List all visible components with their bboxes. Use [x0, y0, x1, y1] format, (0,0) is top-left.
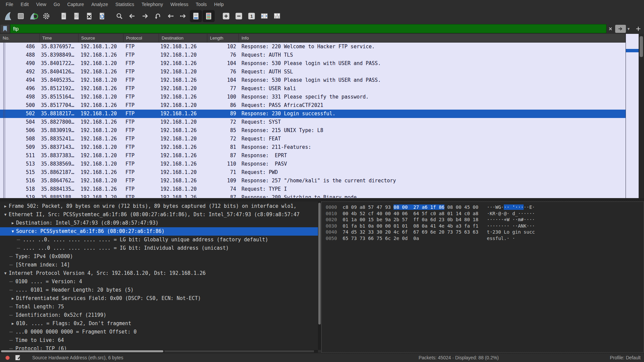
detail-line[interactable]: ▼Ethernet II, Src: PCSSystemtec_a6:1f:86… [0, 210, 318, 219]
display-filter-input[interactable] [10, 24, 606, 33]
restart-capture-button[interactable] [28, 10, 40, 22]
hex-row-0040[interactable]: 0040 74 d5 32 33 30 20 4c 6f 67 69 6e 20… [326, 229, 644, 235]
packet-list-minimap[interactable] [626, 34, 639, 198]
capture-options-button[interactable] [40, 10, 52, 22]
hex-row-0000[interactable]: 0000 c8 09 a8 57 47 93 08 00 27 a6 1f 86… [326, 204, 644, 210]
detail-line[interactable]: .... ..0. .... .... .... .... = LG bit: … [0, 236, 318, 244]
packet-row-488[interactable]: 48835.8398849…192.168.1.26FTP192.168.1.2… [0, 51, 626, 59]
chevron-right-icon[interactable]: ▶ [9, 219, 16, 227]
scrollbar-thumb[interactable] [640, 36, 643, 57]
column-header-time[interactable]: Time [40, 34, 78, 42]
go-back-button[interactable] [126, 10, 138, 22]
close-file-button[interactable] [83, 10, 95, 22]
menu-tools[interactable]: Tools [192, 1, 211, 8]
column-header-destination[interactable]: Destination [159, 34, 207, 42]
scrollbar-thumb[interactable] [1, 350, 163, 352]
start-capture-button[interactable] [2, 10, 14, 22]
zoom-out-button[interactable] [233, 10, 245, 22]
scrollbar-thumb[interactable] [318, 203, 321, 324]
menu-view[interactable]: View [33, 1, 50, 8]
zoom-100-button[interactable]: 1 [246, 10, 258, 22]
column-header-no[interactable]: No. [0, 34, 40, 42]
save-file-button[interactable]: 01010110 [70, 10, 83, 22]
chevron-right-icon[interactable]: ▶ [9, 294, 16, 303]
details-scrollbar-horizontal[interactable] [0, 350, 318, 353]
detail-line[interactable]: Identification: 0x52cf (21199) [0, 311, 318, 319]
menu-wireless[interactable]: Wireless [167, 1, 192, 8]
hex-row-0030[interactable]: 0030 01 fa b1 0a 00 00 01 01 08 0a 41 4e… [326, 223, 644, 229]
details-scrollbar-vertical[interactable] [318, 201, 321, 350]
packet-row-486[interactable]: 48635.8376957…192.168.1.20FTP192.168.1.2… [0, 43, 626, 51]
packet-row-519[interactable]: 51935.8885188…192.168.1.20FTP192.168.1.2… [0, 193, 626, 198]
pane-splitter[interactable] [0, 198, 644, 201]
packet-row-490[interactable]: 49035.8401722…192.168.1.20FTP192.168.1.2… [0, 59, 626, 68]
column-header-length[interactable]: Length [207, 34, 239, 42]
detail-line[interactable]: Type: IPv4 (0x0800) [0, 252, 318, 261]
zoom-in-button[interactable] [220, 10, 232, 22]
open-file-button[interactable] [58, 10, 70, 22]
detail-line[interactable]: ▶010. .... = Flags: 0x2, Don't fragment [0, 319, 318, 328]
filter-add-button[interactable] [634, 24, 643, 33]
chevron-right-icon[interactable]: ▶ [2, 202, 9, 210]
detail-line[interactable]: [Stream index: 14] [0, 261, 318, 269]
menu-edit[interactable]: Edit [17, 1, 33, 8]
menu-statistics[interactable]: Statistics [112, 1, 138, 8]
packet-row-504[interactable]: 50435.8827800…192.168.1.26FTP192.168.1.2… [0, 118, 626, 126]
hex-row-0010[interactable]: 0010 00 4b 52 cf 40 00 40 06 64 5f c0 a8… [326, 210, 644, 217]
packet-row-516[interactable]: 51635.8864762…192.168.1.20FTP192.168.1.2… [0, 177, 626, 185]
menu-file[interactable]: File [2, 1, 17, 8]
column-header-info[interactable]: Info [239, 34, 626, 42]
detail-line[interactable]: ▶Frame 502: Packet, 89 bytes on wire (71… [0, 202, 318, 210]
detail-line[interactable]: ▼Source: PCSSystemtec_a6:1f:86 (08:00:27… [0, 227, 318, 236]
menu-capture[interactable]: Capture [63, 1, 88, 8]
capture-comment-icon[interactable] [15, 355, 21, 361]
filter-dropdown-caret[interactable]: ▼ [626, 24, 631, 33]
hex-row-0050[interactable]: 0050 65 73 73 66 75 6c 2e 0d 0a essful.·… [326, 235, 644, 242]
packet-row-509[interactable]: 50935.8837143…192.168.1.20FTP192.168.1.2… [0, 143, 626, 152]
find-packet-button[interactable] [113, 10, 125, 22]
detail-line[interactable]: Protocol: TCP (6) [0, 345, 318, 350]
packet-row-492[interactable]: 49235.8404126…192.168.1.26FTP192.168.1.2… [0, 68, 626, 76]
chevron-right-icon[interactable]: ▶ [9, 319, 16, 328]
menu-analyze[interactable]: Analyze [88, 1, 112, 8]
packet-list-scrollbar[interactable] [639, 34, 644, 198]
expert-info-icon[interactable] [5, 356, 10, 360]
packet-row-511[interactable]: 51135.8837383…192.168.1.20FTP192.168.1.2… [0, 152, 626, 160]
packet-row-498[interactable]: 49835.8515164…192.168.1.20FTP192.168.1.2… [0, 93, 626, 101]
chevron-down-icon[interactable]: ▼ [9, 227, 16, 236]
go-forward-button[interactable] [139, 10, 151, 22]
hex-row-0020[interactable]: 0020 01 1a 00 15 be 9a 2b 57 ff 0a 6d 23… [326, 217, 644, 223]
stop-capture-button[interactable] [15, 10, 27, 22]
filter-clear-button[interactable] [606, 24, 614, 33]
next-packet-button[interactable] [177, 10, 189, 22]
detail-line[interactable]: .... 0101 = Header Length: 20 bytes (5) [0, 286, 318, 294]
fit-columns-button[interactable]: 123 [271, 10, 283, 22]
packet-row-508[interactable]: 50835.8835241…192.168.1.26FTP192.168.1.2… [0, 135, 626, 143]
menu-telephony[interactable]: Telephony [138, 1, 167, 8]
detail-line[interactable]: ▶Differentiated Services Field: 0x00 (DS… [0, 294, 318, 303]
column-header-source[interactable]: Source [78, 34, 123, 42]
packet-row-513[interactable]: 51335.8838569…192.168.1.20FTP192.168.1.2… [0, 160, 626, 168]
colorize-button[interactable] [203, 10, 215, 22]
auto-scroll-button[interactable] [190, 10, 202, 22]
menu-help[interactable]: Help [210, 1, 227, 8]
detail-line[interactable]: ...0 0000 0000 0000 = Fragment Offset: 0 [0, 328, 318, 336]
detail-line[interactable]: Total Length: 75 [0, 303, 318, 311]
packet-row-500[interactable]: 50035.8517704…192.168.1.26FTP192.168.1.2… [0, 101, 626, 110]
detail-line[interactable]: .... ...0 .... .... .... .... = IG bit: … [0, 244, 318, 252]
detail-line[interactable]: ▶Destination: Intel_57:47:93 (c8:09:a8:5… [0, 219, 318, 227]
packet-row-515[interactable]: 51535.8862187…192.168.1.26FTP192.168.1.2… [0, 168, 626, 177]
detail-line[interactable]: Time to Live: 64 [0, 336, 318, 345]
resize-columns-button[interactable] [258, 10, 270, 22]
packet-row-496[interactable]: 49635.8512192…192.168.1.26FTP192.168.1.2… [0, 84, 626, 93]
detail-line[interactable]: 0100 .... = Version: 4 [0, 278, 318, 286]
column-header-protocol[interactable]: Protocol [123, 34, 159, 42]
chevron-down-icon[interactable]: ▼ [2, 210, 9, 219]
previous-packet-button[interactable] [164, 10, 176, 22]
filter-apply-button[interactable] [615, 25, 626, 33]
detail-line[interactable]: ▼Internet Protocol Version 4, Src: 192.1… [0, 269, 318, 278]
chevron-down-icon[interactable]: ▼ [2, 269, 9, 278]
reload-file-button[interactable] [96, 10, 108, 22]
packet-row-494[interactable]: 49435.8405235…192.168.1.20FTP192.168.1.2… [0, 76, 626, 84]
packet-row-502[interactable]: 50235.8818217…192.168.1.20FTP192.168.1.2… [0, 110, 626, 118]
